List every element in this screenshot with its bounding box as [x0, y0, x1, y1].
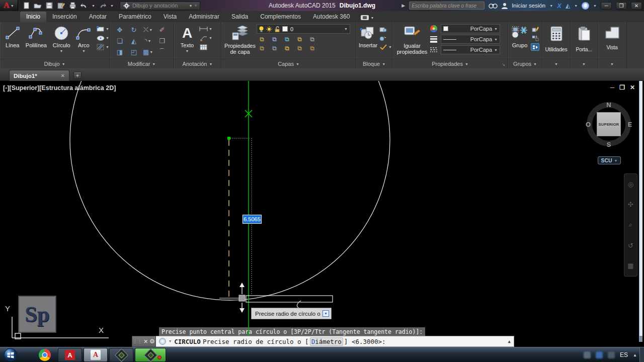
zoom-icon[interactable]: ⌕ [629, 221, 632, 229]
panel-label-grupos[interactable]: Grupos▼ [508, 59, 542, 68]
chevron-down-icon[interactable]: ▼ [344, 27, 348, 31]
orbit-icon[interactable]: ↺ [628, 242, 633, 249]
search-input[interactable] [409, 2, 485, 10]
panel-label-portapapeles[interactable]: ▼ [571, 59, 597, 68]
taskbar-autocad-button[interactable]: A [84, 348, 108, 362]
tray-icon[interactable] [596, 351, 603, 358]
taskbar-capture-button[interactable] [109, 348, 133, 362]
qat-customize-icon[interactable]: ▿ [195, 4, 197, 8]
search-binoculars-icon[interactable] [489, 3, 498, 9]
tab-inicio[interactable]: Inicio [20, 12, 46, 22]
linetype-icon[interactable] [430, 47, 438, 53]
line-button[interactable]: Línea [2, 22, 23, 58]
viewport-restore-icon[interactable]: ❐ [619, 84, 625, 91]
viewport-minimize-icon[interactable]: ─ [610, 84, 615, 91]
scrollbar-thumb[interactable] [639, 336, 642, 342]
linetype-dropdown[interactable]: PorCapa▼ [441, 45, 500, 54]
layer-prev-icon[interactable]: ⧉ [270, 44, 279, 52]
redo-button[interactable] [99, 2, 107, 10]
plot-button[interactable] [68, 2, 76, 10]
layer-isolate-icon[interactable]: ⧉ [258, 35, 266, 43]
layer-edit-icon[interactable]: ⧉ [270, 35, 279, 43]
panel-portapapeles[interactable]: Porta... ▼ [571, 22, 598, 68]
chevron-down-icon[interactable]: ▼ [106, 27, 109, 31]
match-properties-button[interactable]: Igualar propiedades [394, 22, 430, 58]
layer-unisolate-icon[interactable]: ⧉ [258, 44, 266, 52]
lineweight-dropdown[interactable]: PorCapa▼ [441, 35, 500, 44]
start-button[interactable] [4, 348, 18, 362]
tray-expand-icon[interactable]: ▲ [633, 353, 637, 357]
trim-button[interactable]: ⤬▼ [141, 24, 155, 35]
layer-unlock-icon[interactable] [275, 26, 280, 32]
panel-label-modificar[interactable]: Modificar▼ [110, 59, 174, 68]
close-button[interactable]: ✕ [631, 2, 642, 10]
chevron-down-icon[interactable]: ▼ [549, 4, 553, 8]
block-create-icon[interactable] [379, 34, 387, 42]
layer-on-bulb-icon[interactable] [259, 26, 264, 32]
object-color-dropdown[interactable]: PorCapa▼ [441, 24, 500, 33]
text-button[interactable]: A Texto ▼ [177, 22, 197, 58]
layer-thaw-sun-icon[interactable] [266, 26, 272, 32]
ungroup-icon[interactable]: ± [531, 34, 539, 42]
dimension-icon[interactable] [199, 25, 208, 33]
chevron-down-icon[interactable]: ▼ [169, 339, 171, 343]
viewport-controls-label[interactable]: [-][Superior][Estructura alámbrica 2D] [3, 84, 116, 92]
showmotion-icon[interactable]: ▦ [627, 262, 633, 269]
viewcube-north[interactable]: N [606, 101, 611, 109]
app-menu-button[interactable]: A ▼ [0, 0, 18, 11]
wrench-icon[interactable]: ⚙ [149, 338, 155, 345]
layer-match-icon[interactable]: ⧉ [308, 35, 316, 43]
tray-icon[interactable] [584, 351, 591, 358]
panel-label-anotacion[interactable]: Anotación▼ [174, 59, 221, 68]
polyline-button[interactable]: Polilínea [24, 22, 48, 58]
layer-walk-icon[interactable]: ⧉ [308, 44, 316, 52]
layer-thaw-all-icon[interactable]: ⧉ [283, 44, 291, 52]
table-icon[interactable] [199, 43, 208, 51]
show-desktop-button[interactable] [639, 347, 644, 362]
file-tab-dibujo1[interactable]: Dibujo1* ✕ [9, 70, 69, 81]
tab-autodesk360[interactable]: Autodesk 360 [307, 12, 356, 22]
command-scroll-up-icon[interactable]: ▲ [508, 339, 511, 344]
move-button[interactable]: ✥ [113, 24, 127, 35]
ribbon-display-toggle[interactable]: ▼ [361, 15, 374, 22]
copy-button[interactable]: ❏ [113, 35, 127, 46]
insert-block-button[interactable]: Insertar [357, 22, 379, 58]
tray-icon[interactable] [608, 351, 615, 358]
chevron-down-icon[interactable]: ▼ [60, 49, 63, 53]
hatch-tool-icon[interactable] [96, 43, 105, 51]
fillet-button[interactable]: ◝▼ [141, 35, 155, 46]
rotate-button[interactable]: ↻ [127, 24, 141, 35]
layer-freeze-icon[interactable]: ⧉ [283, 35, 291, 43]
layer-color-swatch[interactable] [282, 26, 288, 32]
color-wheel-icon[interactable] [430, 25, 438, 33]
chevron-down-icon[interactable]: ▼ [209, 27, 212, 31]
minimize-button[interactable]: ─ [601, 2, 612, 10]
command-bar-grip[interactable]: ⋮⋮ ✕ ⚙ [132, 336, 156, 347]
panel-label-dibujo[interactable]: Dibujo▼ [0, 59, 109, 68]
panel-label-bloque[interactable]: Bloque▼ [356, 59, 392, 68]
array-button[interactable]: ▦▼ [141, 46, 155, 57]
close-icon[interactable]: ✕ [143, 338, 148, 345]
language-indicator[interactable]: ES [620, 351, 628, 358]
tab-insercion[interactable]: Inserción [46, 12, 83, 22]
panel-label-utilidades[interactable]: ▼ [542, 59, 570, 68]
tab-administrar[interactable]: Administrar [183, 12, 225, 22]
drawing-area[interactable]: [-][Superior][Estructura alámbrica 2D] ─… [0, 81, 644, 347]
workspace-switcher[interactable]: Dibujo y anotación ▼ ▿ [120, 2, 200, 10]
layer-lockfade-icon[interactable]: ⧉ [295, 44, 304, 52]
layer-properties-button[interactable]: Propiedades de capa [223, 22, 257, 58]
layer-dropdown[interactable]: 0 ▼ [257, 24, 350, 34]
chevron-down-icon[interactable]: ▼ [106, 36, 109, 40]
navigation-wheel-icon[interactable]: ◎ [628, 180, 633, 188]
arc-button[interactable]: Arco ▼ [74, 22, 93, 58]
chevron-down-icon[interactable]: ▼ [149, 28, 152, 32]
taskbar-recorder-button[interactable] [135, 348, 166, 362]
ellipse-tool-icon[interactable] [96, 34, 105, 42]
tab-anotar[interactable]: Anotar [83, 12, 113, 22]
command-badge-icon[interactable] [159, 338, 166, 345]
undo-button[interactable] [80, 2, 88, 10]
viewcube-south[interactable]: S [607, 141, 611, 148]
rectangle-tool-icon[interactable] [96, 25, 105, 33]
dynamic-input-field[interactable]: 6.5065 [243, 215, 262, 224]
tab-parametrico[interactable]: Paramétrico [113, 12, 157, 22]
